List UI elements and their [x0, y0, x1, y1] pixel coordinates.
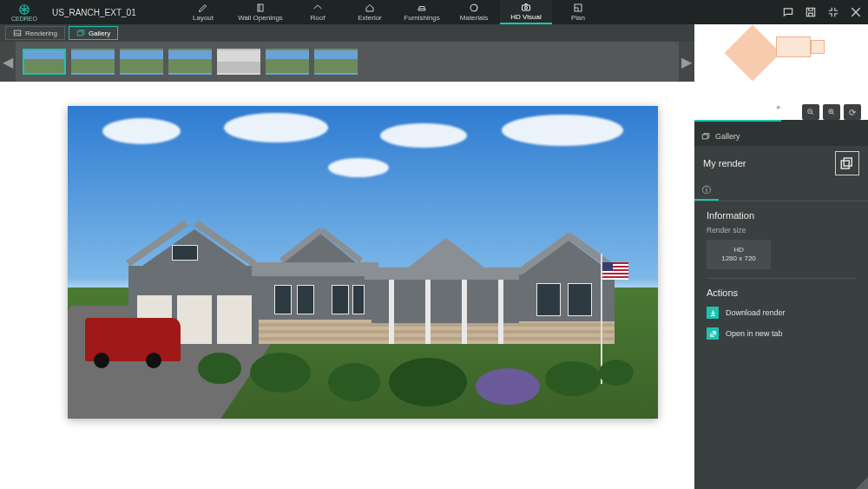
tool-label: Materials	[460, 14, 488, 22]
gallery-icon	[701, 132, 710, 141]
inspector-subtabs: ⓘ	[694, 181, 868, 202]
render-preview	[68, 106, 658, 419]
brand-logo: CEDREO	[0, 0, 49, 24]
strip-next[interactable]: ▶	[679, 42, 694, 82]
svg-rect-6	[806, 8, 814, 16]
download-render-button[interactable]: Download render	[707, 307, 856, 319]
tool-exterior[interactable]: Exterior	[344, 0, 396, 24]
topbar-right	[781, 0, 863, 24]
tool-label: HD Visual	[510, 13, 541, 21]
svg-rect-1	[258, 4, 263, 11]
tab-label: Rendering	[25, 30, 57, 37]
tool-label: Plan	[571, 14, 585, 22]
thumbnail[interactable]	[217, 49, 260, 75]
thumbnail[interactable]	[168, 49, 212, 75]
close-icon[interactable]	[849, 5, 863, 19]
thumbnail[interactable]	[266, 49, 309, 75]
open-new-tab-button[interactable]: Open in new tab	[707, 327, 856, 340]
tool-hd-visual[interactable]: HD Visual	[500, 0, 552, 24]
tool-wall-openings[interactable]: Wall Openings	[229, 0, 292, 24]
tool-materials[interactable]: Materials	[448, 0, 500, 24]
actions-section: Actions Download render Open in new tab	[694, 282, 868, 343]
thumbnail[interactable]	[120, 49, 163, 75]
recenter-button[interactable]: ⟳	[844, 104, 861, 120]
floorplan-thumbnail	[738, 31, 825, 80]
tool-label: Exterior	[358, 14, 382, 22]
thumbnail-strip: ◀ ▶	[0, 42, 694, 82]
tab-label: Gallery	[89, 30, 110, 37]
svg-rect-13	[844, 158, 852, 166]
thumbnail[interactable]	[23, 49, 66, 75]
image-icon	[13, 29, 22, 37]
tool-label: Furnishings	[404, 14, 439, 22]
info-tab[interactable]: ⓘ	[694, 181, 719, 201]
thumbnail-row	[16, 49, 365, 75]
svg-rect-8	[77, 31, 82, 36]
brand-text: CEDREO	[11, 16, 37, 22]
action-label: Open in new tab	[726, 329, 783, 338]
inspector-panel: Gallery My render ⓘ Information Render s…	[694, 120, 868, 489]
compass-icon: ⌖	[776, 102, 781, 113]
render-size-option[interactable]: HD 1280 x 720	[707, 240, 771, 269]
swatch-icon	[468, 3, 480, 13]
section-heading: Actions	[707, 287, 856, 298]
canvas-area	[0, 82, 694, 489]
tool-label: Wall Openings	[238, 14, 283, 22]
chat-icon[interactable]	[781, 5, 795, 19]
camera-icon	[520, 2, 532, 12]
gallery-icon	[76, 29, 85, 37]
section-heading: Information	[707, 210, 856, 221]
sofa-icon	[416, 3, 428, 13]
svg-rect-12	[841, 161, 849, 169]
top-bar: CEDREO US_RANCH_EXT_01 Layout Wall Openi…	[0, 0, 868, 24]
save-icon[interactable]	[804, 5, 818, 19]
tab-gallery[interactable]: Gallery	[69, 26, 118, 40]
inspector-breadcrumb: Gallery	[694, 127, 868, 146]
svg-rect-11	[702, 135, 707, 139]
download-icon	[707, 307, 719, 319]
inspector-breadcrumb-label: Gallery	[715, 132, 740, 141]
svg-rect-3	[523, 5, 530, 10]
zoom-in-button[interactable]	[823, 104, 840, 120]
action-label: Download render	[726, 308, 786, 317]
main-toolbar: Layout Wall Openings Roof Exterior Furni…	[177, 0, 604, 24]
resize-handle[interactable]	[856, 477, 868, 489]
sub-bar: Rendering Gallery	[0, 24, 694, 42]
tool-plan[interactable]: Plan	[552, 0, 604, 24]
stack-icon	[839, 155, 855, 171]
inspector-title: My render	[703, 158, 746, 169]
door-icon	[254, 3, 266, 13]
inspector-title-row: My render	[694, 146, 868, 181]
svg-point-4	[525, 7, 528, 10]
render-size-label: Render size	[707, 226, 856, 235]
thumbnail[interactable]	[71, 49, 115, 75]
mini-map[interactable]: ⌖ ⟳	[694, 24, 868, 120]
house-icon	[364, 3, 376, 13]
tool-label: Layout	[193, 14, 214, 22]
zoom-out-button[interactable]	[802, 104, 819, 120]
size-name: HD	[733, 246, 744, 254]
roof-icon	[312, 3, 324, 13]
project-name: US_RANCH_EXT_01	[49, 8, 136, 17]
tool-furnishings[interactable]: Furnishings	[396, 0, 448, 24]
tool-label: Roof	[311, 14, 326, 22]
tool-layout[interactable]: Layout	[177, 0, 229, 24]
collapse-icon[interactable]	[826, 5, 840, 19]
gallery-stack-button[interactable]	[835, 151, 859, 175]
map-controls: ⟳	[802, 104, 861, 122]
thumbnail[interactable]	[314, 49, 358, 75]
info-section: Information Render size HD 1280 x 720	[694, 202, 868, 282]
size-value: 1280 x 720	[721, 254, 756, 263]
tool-roof[interactable]: Roof	[292, 0, 344, 24]
pencil-icon	[197, 3, 209, 13]
strip-prev[interactable]: ◀	[0, 42, 16, 82]
external-icon	[707, 327, 719, 340]
tab-rendering[interactable]: Rendering	[5, 26, 65, 40]
plan-icon	[572, 3, 584, 13]
